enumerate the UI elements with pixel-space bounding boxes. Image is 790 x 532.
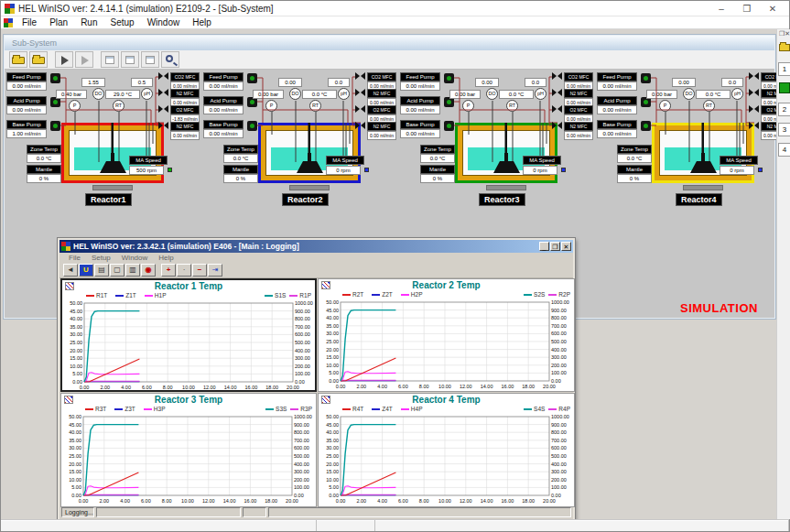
speed-value[interactable]: 0 rpm (720, 166, 754, 175)
n2-valve-icon[interactable] (552, 89, 562, 97)
do-setpoint-box[interactable]: 1.55 (81, 78, 105, 87)
view-tab-4[interactable]: 4 (778, 143, 790, 157)
legend-item[interactable]: S4S (524, 406, 545, 412)
n2b-mfc-value[interactable]: 0.00 ml/min (367, 131, 396, 140)
n2-valve-icon[interactable] (158, 89, 168, 97)
zone-temp-value[interactable]: 0.0 °C (223, 154, 258, 163)
legend-item[interactable]: Z2T (372, 291, 393, 298)
feed-pump-value[interactable]: 0.00 ml/min (203, 81, 243, 91)
o2-valve-icon[interactable] (552, 105, 562, 114)
speed-value[interactable]: 500 rpm (129, 166, 164, 175)
legend-item[interactable]: Z1T (115, 292, 136, 299)
zone-temp-value[interactable]: 0.0 °C (617, 154, 652, 163)
base-pump-icon[interactable] (641, 121, 651, 131)
co2-valve-icon[interactable] (749, 72, 759, 81)
logging-menu-setup[interactable]: Setup (86, 253, 116, 263)
open-log-button[interactable] (29, 51, 48, 68)
temperature-box[interactable]: 0.0 °C (696, 90, 730, 99)
legend-item[interactable]: H4P (401, 406, 423, 412)
logging-title-bar[interactable]: HEL WinISO ver: 2.3.42.1 (simulation) E4… (60, 240, 573, 253)
base-pump-icon[interactable] (247, 121, 257, 131)
snapshot-icon[interactable]: ◉ (141, 264, 156, 277)
tile-windows-button[interactable] (101, 51, 119, 68)
do-setpoint-box[interactable]: 0.00 (672, 78, 696, 87)
n2b-valve-icon[interactable] (552, 122, 562, 130)
legend-item[interactable]: R1T (86, 292, 107, 299)
o2-valve-icon[interactable] (355, 105, 365, 114)
legend-item[interactable]: Z4T (372, 406, 393, 412)
maximize-button[interactable]: ❒ (734, 2, 760, 16)
legend-item[interactable]: S3S (265, 406, 287, 412)
n2b-mfc-value[interactable]: 0.00 ml/min (170, 131, 200, 140)
do-setpoint-box[interactable]: 0.00 (475, 78, 499, 87)
ph-setpoint-box[interactable]: 0.0 (328, 78, 350, 87)
ph-setpoint-box[interactable]: 0.0 (525, 78, 547, 87)
legend-item[interactable]: R4T (342, 406, 363, 412)
mantle-value[interactable]: 0 % (27, 174, 61, 183)
menu-file[interactable]: File (16, 17, 43, 27)
pressure-box[interactable]: 0.00 bar (646, 90, 677, 99)
logging-close-button[interactable]: ✕ (561, 242, 571, 251)
feed-pump-icon[interactable] (444, 73, 454, 83)
base-pump-value[interactable]: 0.00 ml/min (400, 129, 440, 138)
menu-run[interactable]: Run (74, 17, 103, 27)
menu-window[interactable]: Window (141, 17, 187, 27)
u-view-icon[interactable]: U (79, 264, 93, 277)
window-icon[interactable]: ▢ (110, 264, 124, 277)
legend-item[interactable]: H2P (401, 291, 423, 298)
exit-icon[interactable]: ◄ (63, 264, 78, 277)
n2b-valve-icon[interactable] (355, 122, 365, 130)
ph-setpoint-box[interactable]: 0.5 (131, 78, 153, 87)
menu-help[interactable]: Help (186, 17, 218, 27)
legend-item[interactable]: S1S (265, 292, 286, 299)
cascade-windows-button[interactable] (141, 51, 159, 68)
co2-valve-icon[interactable] (552, 72, 562, 81)
legend-item[interactable]: R4P (548, 406, 570, 412)
co2-valve-icon[interactable] (158, 72, 168, 81)
minimize-button[interactable]: – (709, 2, 734, 16)
n2b-valve-icon[interactable] (749, 122, 759, 130)
logging-menu-file[interactable]: File (63, 253, 86, 263)
pressure-box[interactable]: 0.00 bar (253, 90, 284, 99)
legend-item[interactable]: H3P (144, 406, 166, 412)
legend-item[interactable]: R3T (85, 406, 106, 412)
legend-item[interactable]: R1P (289, 292, 311, 299)
feed-pump-value[interactable]: 0.00 ml/min (597, 81, 637, 91)
feed-pump-value[interactable]: 0.00 ml/min (6, 81, 47, 91)
mantle-value[interactable]: 0 % (223, 174, 258, 183)
view-tab-1[interactable]: 1 (778, 62, 790, 76)
base-pump-icon[interactable] (444, 121, 454, 131)
temperature-box[interactable]: 0.0 °C (302, 90, 337, 99)
zoom-view-button[interactable] (161, 51, 179, 68)
child-close-button[interactable]: ✕ (785, 30, 790, 37)
pressure-box[interactable]: 0.40 bar (56, 90, 87, 99)
logging-menu-window[interactable]: Window (116, 253, 153, 263)
n2b-mfc-value[interactable]: 0.00 ml/min (564, 131, 593, 140)
feed-pump-icon[interactable] (50, 73, 60, 83)
close-button[interactable]: ✕ (760, 2, 785, 16)
start-button[interactable] (55, 51, 73, 68)
logging-restore-button[interactable]: ❐ (550, 242, 560, 251)
mantle-value[interactable]: 0 % (617, 174, 652, 183)
acid-pump-value[interactable]: 0.00 ml/min (6, 105, 47, 114)
feed-pump-icon[interactable] (247, 73, 257, 83)
chart-window-button[interactable] (121, 51, 139, 68)
view-tab-3[interactable]: 3 (778, 123, 790, 136)
remove-icon[interactable]: − (192, 264, 207, 277)
feed-pump-value[interactable]: 0.00 ml/min (400, 81, 440, 91)
zone-temp-value[interactable]: 0.0 °C (27, 154, 61, 163)
speed-value[interactable]: 0 rpm (523, 166, 557, 175)
o2-valve-icon[interactable] (158, 105, 168, 114)
legend-item[interactable]: H1P (145, 292, 167, 299)
acid-pump-value[interactable]: 0.00 ml/min (400, 105, 440, 114)
legend-item[interactable]: S2S (524, 291, 545, 298)
ph-setpoint-box[interactable]: 0.0 (721, 78, 743, 87)
legend-item[interactable]: Z3T (114, 406, 135, 412)
n2-valve-icon[interactable] (355, 89, 365, 97)
speed-value[interactable]: 0 rpm (326, 166, 361, 175)
menu-plan[interactable]: Plan (43, 17, 74, 27)
acid-pump-value[interactable]: 0.00 ml/min (203, 105, 243, 114)
do-setpoint-box[interactable]: 0.00 (278, 78, 302, 87)
open-plan-button[interactable] (9, 51, 27, 68)
co2-valve-icon[interactable] (355, 72, 365, 81)
